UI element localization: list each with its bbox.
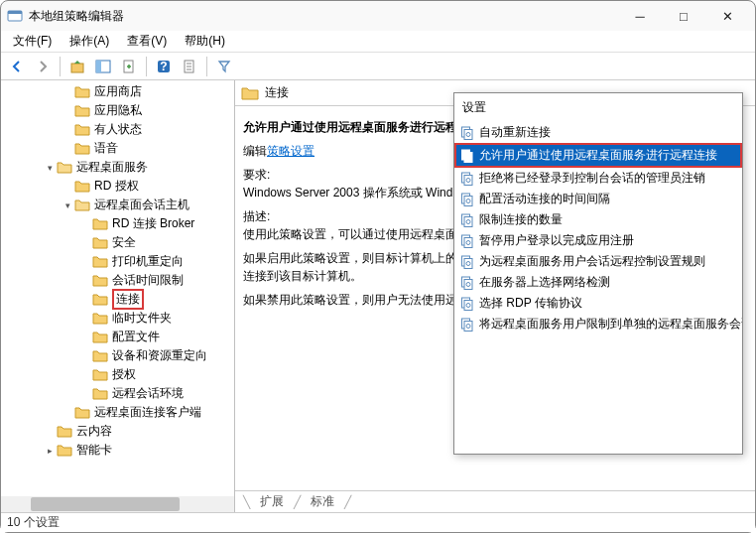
folder-icon bbox=[74, 104, 90, 117]
setting-icon bbox=[460, 318, 474, 332]
svg-rect-4 bbox=[96, 61, 101, 72]
tree-item-label: 应用隐私 bbox=[94, 102, 148, 119]
svg-rect-25 bbox=[464, 216, 472, 226]
back-button[interactable] bbox=[5, 55, 29, 78]
folder-icon bbox=[92, 274, 108, 287]
setting-item-label: 限制连接的数量 bbox=[479, 211, 563, 228]
menu-action[interactable]: 操作(A) bbox=[62, 31, 117, 52]
setting-item-label: 允许用户通过使用远程桌面服务进行远程连接 bbox=[479, 147, 717, 164]
expander-spacer bbox=[78, 255, 92, 269]
setting-item[interactable]: 拒绝将已经登录到控制台会话的管理员注销 bbox=[454, 168, 742, 189]
folder-icon bbox=[92, 331, 108, 343]
expander-spacer bbox=[78, 217, 92, 231]
folder-icon bbox=[241, 86, 259, 100]
setting-item[interactable]: 将远程桌面服务用户限制到单独的远程桌面服务会话 bbox=[454, 314, 742, 334]
close-button[interactable]: ✕ bbox=[705, 1, 749, 31]
tree-item[interactable]: 远程会话环境 bbox=[1, 384, 234, 403]
folder-icon bbox=[74, 85, 90, 98]
menu-help[interactable]: 帮助(H) bbox=[177, 31, 233, 52]
expander-spacer bbox=[78, 349, 92, 363]
tree-item[interactable]: 打印机重定向 bbox=[1, 252, 234, 271]
tree-item[interactable]: 会话时间限制 bbox=[1, 271, 234, 290]
folder-icon bbox=[74, 123, 90, 136]
tree-item[interactable]: ▸智能卡 bbox=[1, 441, 234, 460]
setting-item[interactable]: 暂停用户登录以完成应用注册 bbox=[454, 230, 742, 251]
tree-item[interactable]: 语音 bbox=[1, 139, 234, 158]
up-button[interactable] bbox=[65, 55, 89, 78]
svg-rect-40 bbox=[464, 321, 472, 331]
tree-item[interactable]: ▾远程桌面服务 bbox=[1, 158, 234, 177]
svg-rect-34 bbox=[464, 279, 472, 289]
setting-item-label: 自动重新连接 bbox=[479, 124, 551, 141]
forward-button[interactable] bbox=[31, 55, 55, 78]
expander-spacer bbox=[78, 312, 92, 326]
tree-item[interactable]: 临时文件夹 bbox=[1, 309, 234, 328]
tree-pane[interactable]: 应用商店应用隐私有人状态语音▾远程桌面服务RD 授权▾远程桌面会话主机RD 连接… bbox=[1, 80, 235, 512]
popup-list: 自动重新连接允许用户通过使用远程桌面服务进行远程连接拒绝将已经登录到控制台会话的… bbox=[454, 122, 742, 334]
setting-icon bbox=[460, 172, 474, 186]
tree-item[interactable]: 授权 bbox=[1, 365, 234, 384]
tree-item[interactable]: 设备和资源重定向 bbox=[1, 346, 234, 365]
desc-tabs: ╲ 扩展 ╱ 标准 ╱ bbox=[235, 490, 755, 512]
tree-item-label: RD 授权 bbox=[94, 178, 145, 195]
requirements-label: 要求: bbox=[243, 168, 270, 182]
tree-item-label: 云内容 bbox=[76, 423, 118, 440]
expander-icon[interactable]: ▾ bbox=[43, 161, 57, 175]
status-text: 10 个设置 bbox=[7, 514, 60, 531]
tab-extended[interactable]: 扩展 bbox=[254, 491, 290, 512]
tree-item-label: 应用商店 bbox=[94, 83, 148, 100]
svg-rect-28 bbox=[464, 237, 472, 247]
show-hide-tree-button[interactable] bbox=[91, 55, 115, 78]
tree-item[interactable]: RD 连接 Broker bbox=[1, 214, 234, 233]
tree-item[interactable]: 安全 bbox=[1, 233, 234, 252]
tree-item[interactable]: 远程桌面连接客户端 bbox=[1, 403, 234, 422]
tree-item[interactable]: ▾远程桌面会话主机 bbox=[1, 196, 234, 214]
setting-item[interactable]: 在服务器上选择网络检测 bbox=[454, 272, 742, 293]
setting-item[interactable]: 选择 RDP 传输协议 bbox=[454, 293, 742, 314]
tree-item[interactable]: 连接 bbox=[1, 290, 234, 309]
svg-rect-19 bbox=[464, 175, 472, 185]
setting-item[interactable]: 限制连接的数量 bbox=[454, 209, 742, 230]
filter-button[interactable] bbox=[212, 55, 236, 78]
tree-item-label: 智能卡 bbox=[76, 442, 118, 459]
scrollbar-thumb[interactable] bbox=[31, 497, 180, 511]
folder-icon bbox=[74, 180, 90, 193]
expander-icon[interactable]: ▾ bbox=[61, 199, 74, 212]
setting-item[interactable]: 允许用户通过使用远程桌面服务进行远程连接 bbox=[454, 143, 742, 168]
svg-rect-1 bbox=[8, 11, 22, 14]
tree-item[interactable]: 配置文件 bbox=[1, 328, 234, 346]
help-button[interactable]: ? bbox=[152, 55, 176, 78]
folder-icon bbox=[92, 368, 108, 381]
menu-view[interactable]: 查看(V) bbox=[119, 31, 175, 52]
folder-icon bbox=[74, 142, 90, 155]
folder-icon bbox=[92, 217, 108, 230]
expander-spacer bbox=[61, 406, 74, 420]
minimize-button[interactable]: ─ bbox=[618, 1, 662, 31]
tab-standard[interactable]: 标准 bbox=[305, 491, 340, 512]
maximize-button[interactable]: □ bbox=[662, 1, 705, 31]
tree-item[interactable]: 云内容 bbox=[1, 422, 234, 441]
tree-item[interactable]: 有人状态 bbox=[1, 120, 234, 139]
tree-item[interactable]: RD 授权 bbox=[1, 177, 234, 196]
setting-item-label: 配置活动连接的时间间隔 bbox=[479, 191, 610, 207]
setting-item[interactable]: 配置活动连接的时间间隔 bbox=[454, 189, 742, 209]
h-scrollbar[interactable] bbox=[1, 496, 234, 512]
expander-spacer bbox=[61, 180, 74, 194]
expander-icon[interactable]: ▸ bbox=[43, 444, 57, 458]
toolbar-separator bbox=[146, 57, 147, 76]
window-title: 本地组策略编辑器 bbox=[29, 8, 618, 25]
tree-item[interactable]: 应用商店 bbox=[1, 82, 234, 101]
setting-item[interactable]: 自动重新连接 bbox=[454, 122, 742, 143]
menu-file[interactable]: 文件(F) bbox=[5, 31, 60, 52]
properties-button[interactable] bbox=[178, 55, 201, 78]
tree-item-label: 有人状态 bbox=[94, 121, 148, 138]
edit-policy-link[interactable]: 策略设置 bbox=[267, 144, 315, 158]
titlebar: 本地组策略编辑器 ─ □ ✕ bbox=[1, 1, 755, 31]
setting-item[interactable]: 为远程桌面服务用户会话远程控制设置规则 bbox=[454, 251, 742, 272]
setting-item-label: 暂停用户登录以完成应用注册 bbox=[479, 232, 634, 249]
popup-empty-space bbox=[454, 334, 742, 454]
tree-item[interactable]: 应用隐私 bbox=[1, 101, 234, 120]
export-button[interactable] bbox=[117, 55, 141, 78]
desc-header-title: 连接 bbox=[265, 84, 289, 101]
tree-item-label: 远程桌面连接客户端 bbox=[94, 404, 207, 421]
